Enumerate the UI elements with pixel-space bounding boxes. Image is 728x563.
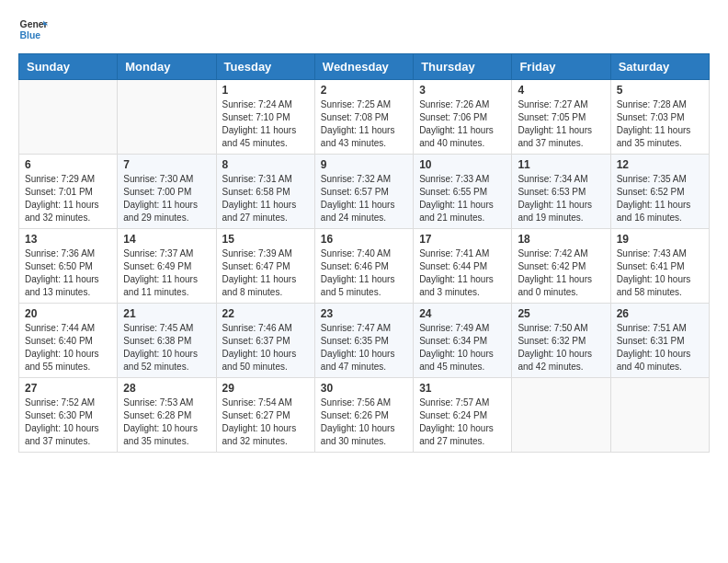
day-cell — [19, 80, 118, 155]
day-number: 8 — [222, 158, 309, 171]
day-cell: 21Sunrise: 7:45 AMSunset: 6:38 PMDayligh… — [118, 304, 216, 378]
day-cell: 14Sunrise: 7:37 AMSunset: 6:49 PMDayligh… — [118, 229, 216, 304]
col-header-thursday: Thursday — [414, 54, 512, 80]
day-info: Sunrise: 7:56 AMSunset: 6:26 PMDaylight:… — [321, 396, 407, 448]
col-header-monday: Monday — [118, 54, 216, 80]
day-number: 15 — [222, 233, 309, 246]
week-row-5: 27Sunrise: 7:52 AMSunset: 6:30 PMDayligh… — [19, 378, 710, 453]
day-cell: 10Sunrise: 7:33 AMSunset: 6:55 PMDayligh… — [414, 155, 512, 229]
calendar: SundayMondayTuesdayWednesdayThursdayFrid… — [18, 53, 710, 453]
day-cell — [512, 378, 610, 453]
logo-icon: General Blue — [18, 15, 48, 44]
day-number: 30 — [321, 382, 407, 395]
day-info: Sunrise: 7:26 AMSunset: 7:06 PMDaylight:… — [419, 98, 506, 150]
day-info: Sunrise: 7:36 AMSunset: 6:50 PMDaylight:… — [25, 247, 111, 299]
day-cell: 3Sunrise: 7:26 AMSunset: 7:06 PMDaylight… — [414, 80, 512, 155]
day-info: Sunrise: 7:33 AMSunset: 6:55 PMDaylight:… — [419, 173, 506, 224]
day-info: Sunrise: 7:31 AMSunset: 6:58 PMDaylight:… — [222, 173, 309, 224]
day-info: Sunrise: 7:29 AMSunset: 7:01 PMDaylight:… — [25, 173, 111, 224]
day-cell: 7Sunrise: 7:30 AMSunset: 7:00 PMDaylight… — [118, 155, 216, 229]
day-number: 11 — [518, 158, 604, 171]
day-number: 24 — [419, 307, 506, 320]
day-cell: 24Sunrise: 7:49 AMSunset: 6:34 PMDayligh… — [414, 304, 512, 378]
day-number: 12 — [617, 158, 703, 171]
day-info: Sunrise: 7:39 AMSunset: 6:47 PMDaylight:… — [222, 247, 309, 299]
page: General Blue SundayMondayTuesdayWednesda… — [0, 0, 728, 471]
day-cell: 15Sunrise: 7:39 AMSunset: 6:47 PMDayligh… — [216, 229, 314, 304]
day-cell: 27Sunrise: 7:52 AMSunset: 6:30 PMDayligh… — [19, 378, 118, 453]
day-number: 22 — [222, 307, 309, 320]
week-row-4: 20Sunrise: 7:44 AMSunset: 6:40 PMDayligh… — [19, 304, 710, 378]
day-info: Sunrise: 7:53 AMSunset: 6:28 PMDaylight:… — [123, 396, 210, 448]
day-cell: 23Sunrise: 7:47 AMSunset: 6:35 PMDayligh… — [314, 304, 413, 378]
day-cell: 1Sunrise: 7:24 AMSunset: 7:10 PMDaylight… — [216, 80, 314, 155]
week-row-1: 1Sunrise: 7:24 AMSunset: 7:10 PMDaylight… — [19, 80, 710, 155]
day-info: Sunrise: 7:51 AMSunset: 6:31 PMDaylight:… — [617, 322, 703, 373]
col-header-wednesday: Wednesday — [314, 54, 413, 80]
day-info: Sunrise: 7:41 AMSunset: 6:44 PMDaylight:… — [419, 247, 506, 299]
day-cell: 8Sunrise: 7:31 AMSunset: 6:58 PMDaylight… — [216, 155, 314, 229]
day-cell: 11Sunrise: 7:34 AMSunset: 6:53 PMDayligh… — [512, 155, 610, 229]
col-header-sunday: Sunday — [19, 54, 118, 80]
day-number: 1 — [222, 84, 309, 97]
day-number: 19 — [617, 233, 703, 246]
day-number: 25 — [518, 307, 604, 320]
day-info: Sunrise: 7:46 AMSunset: 6:37 PMDaylight:… — [222, 322, 309, 373]
day-info: Sunrise: 7:54 AMSunset: 6:27 PMDaylight:… — [222, 396, 309, 448]
day-info: Sunrise: 7:24 AMSunset: 7:10 PMDaylight:… — [222, 98, 309, 150]
day-number: 2 — [321, 84, 407, 97]
day-info: Sunrise: 7:37 AMSunset: 6:49 PMDaylight:… — [123, 247, 210, 299]
day-number: 10 — [419, 158, 506, 171]
day-info: Sunrise: 7:34 AMSunset: 6:53 PMDaylight:… — [518, 173, 604, 224]
day-number: 28 — [123, 382, 210, 395]
day-number: 31 — [419, 382, 506, 395]
day-number: 23 — [321, 307, 407, 320]
day-number: 6 — [25, 158, 111, 171]
day-cell: 30Sunrise: 7:56 AMSunset: 6:26 PMDayligh… — [314, 378, 413, 453]
day-cell: 4Sunrise: 7:27 AMSunset: 7:05 PMDaylight… — [512, 80, 610, 155]
day-info: Sunrise: 7:32 AMSunset: 6:57 PMDaylight:… — [321, 173, 407, 224]
day-number: 17 — [419, 233, 506, 246]
day-cell: 28Sunrise: 7:53 AMSunset: 6:28 PMDayligh… — [118, 378, 216, 453]
day-info: Sunrise: 7:50 AMSunset: 6:32 PMDaylight:… — [518, 322, 604, 373]
day-cell: 2Sunrise: 7:25 AMSunset: 7:08 PMDaylight… — [314, 80, 413, 155]
day-info: Sunrise: 7:52 AMSunset: 6:30 PMDaylight:… — [25, 396, 111, 448]
day-number: 7 — [123, 158, 210, 171]
day-number: 4 — [518, 84, 604, 97]
day-number: 21 — [123, 307, 210, 320]
day-cell: 20Sunrise: 7:44 AMSunset: 6:40 PMDayligh… — [19, 304, 118, 378]
day-info: Sunrise: 7:43 AMSunset: 6:41 PMDaylight:… — [617, 247, 703, 299]
day-cell: 18Sunrise: 7:42 AMSunset: 6:42 PMDayligh… — [512, 229, 610, 304]
day-info: Sunrise: 7:27 AMSunset: 7:05 PMDaylight:… — [518, 98, 604, 150]
day-cell: 17Sunrise: 7:41 AMSunset: 6:44 PMDayligh… — [414, 229, 512, 304]
day-info: Sunrise: 7:57 AMSunset: 6:24 PMDaylight:… — [419, 396, 506, 448]
day-number: 27 — [25, 382, 111, 395]
logo: General Blue — [18, 15, 48, 44]
day-info: Sunrise: 7:49 AMSunset: 6:34 PMDaylight:… — [419, 322, 506, 373]
day-info: Sunrise: 7:28 AMSunset: 7:03 PMDaylight:… — [617, 98, 703, 150]
week-row-3: 13Sunrise: 7:36 AMSunset: 6:50 PMDayligh… — [19, 229, 710, 304]
day-number: 26 — [617, 307, 703, 320]
day-number: 16 — [321, 233, 407, 246]
day-cell: 26Sunrise: 7:51 AMSunset: 6:31 PMDayligh… — [610, 304, 709, 378]
calendar-header-row: SundayMondayTuesdayWednesdayThursdayFrid… — [19, 54, 710, 80]
day-number: 3 — [419, 84, 506, 97]
day-info: Sunrise: 7:42 AMSunset: 6:42 PMDaylight:… — [518, 247, 604, 299]
header: General Blue — [18, 15, 710, 44]
day-info: Sunrise: 7:30 AMSunset: 7:00 PMDaylight:… — [123, 173, 210, 224]
day-info: Sunrise: 7:44 AMSunset: 6:40 PMDaylight:… — [25, 322, 111, 373]
day-number: 20 — [25, 307, 111, 320]
week-row-2: 6Sunrise: 7:29 AMSunset: 7:01 PMDaylight… — [19, 155, 710, 229]
day-cell: 13Sunrise: 7:36 AMSunset: 6:50 PMDayligh… — [19, 229, 118, 304]
day-cell: 9Sunrise: 7:32 AMSunset: 6:57 PMDaylight… — [314, 155, 413, 229]
day-cell: 19Sunrise: 7:43 AMSunset: 6:41 PMDayligh… — [610, 229, 709, 304]
day-cell: 22Sunrise: 7:46 AMSunset: 6:37 PMDayligh… — [216, 304, 314, 378]
day-number: 9 — [321, 158, 407, 171]
day-info: Sunrise: 7:45 AMSunset: 6:38 PMDaylight:… — [123, 322, 210, 373]
day-cell: 16Sunrise: 7:40 AMSunset: 6:46 PMDayligh… — [314, 229, 413, 304]
day-cell: 12Sunrise: 7:35 AMSunset: 6:52 PMDayligh… — [610, 155, 709, 229]
day-number: 5 — [617, 84, 703, 97]
day-cell: 31Sunrise: 7:57 AMSunset: 6:24 PMDayligh… — [414, 378, 512, 453]
day-cell — [610, 378, 709, 453]
col-header-friday: Friday — [512, 54, 610, 80]
